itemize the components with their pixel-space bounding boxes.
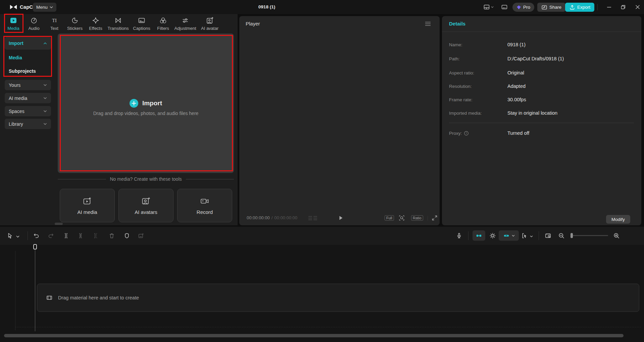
captions-tab-icon bbox=[138, 17, 145, 24]
zoom-in-button[interactable] bbox=[613, 232, 620, 239]
player-panel: Player 00:00:00:00 / 00:00:00:00 Full Ra… bbox=[239, 16, 440, 225]
chevron-down-icon bbox=[16, 235, 19, 238]
chevron-up-icon bbox=[43, 42, 47, 45]
redo-button[interactable] bbox=[48, 232, 54, 239]
text-tab-icon: TI bbox=[51, 17, 58, 24]
tab-stickers[interactable]: Stickers bbox=[63, 17, 87, 31]
details-section-divider bbox=[449, 123, 634, 123]
fullscreen-icon[interactable] bbox=[431, 215, 438, 221]
media-panel: Media Audio TI Text Stickers Effects Tra… bbox=[0, 14, 238, 225]
tab-captions[interactable]: Captions bbox=[130, 17, 153, 31]
play-button[interactable] bbox=[337, 215, 344, 221]
chevron-down-icon bbox=[491, 6, 494, 8]
sidebar-item-media[interactable]: Media bbox=[5, 53, 51, 63]
sidebar-item-subprojects[interactable]: Subprojects bbox=[5, 66, 51, 76]
record-voiceover-button[interactable] bbox=[456, 232, 462, 239]
focus-zoom-icon[interactable] bbox=[398, 215, 405, 221]
main-track-snap-button[interactable] bbox=[489, 232, 496, 239]
tab-filters[interactable]: Filters bbox=[151, 17, 175, 31]
detail-label: Aspect ratio: bbox=[449, 70, 474, 75]
sidebar-item-ai-media[interactable]: AI media bbox=[5, 93, 51, 103]
tab-effects[interactable]: Effects bbox=[84, 17, 107, 31]
playhead-handle[interactable] bbox=[33, 244, 37, 249]
restore-button[interactable] bbox=[620, 4, 627, 10]
modify-button[interactable]: Modify bbox=[606, 215, 630, 224]
divider-line bbox=[186, 179, 234, 179]
tab-audio[interactable]: Audio bbox=[22, 17, 46, 31]
transitions-tab-icon bbox=[114, 17, 122, 24]
link-icon bbox=[503, 232, 510, 239]
menu-label: Menu bbox=[36, 5, 48, 10]
player-menu-icon[interactable] bbox=[425, 21, 431, 26]
timeline-h-scrollbar[interactable] bbox=[4, 334, 624, 337]
pro-badge[interactable]: Pro bbox=[512, 3, 534, 12]
chevron-down-icon bbox=[43, 97, 47, 99]
undo-button[interactable] bbox=[33, 232, 40, 239]
panel-layout-icon bbox=[483, 4, 490, 10]
drop-hint: Drag and drop videos, photos, and audio … bbox=[58, 111, 234, 116]
record-card[interactable]: Record bbox=[177, 189, 232, 222]
slider-handle[interactable] bbox=[571, 233, 573, 238]
sidebar-item-spaces[interactable]: Spaces bbox=[5, 106, 51, 116]
timeline-zoom-slider[interactable] bbox=[571, 235, 608, 236]
track-select-button[interactable] bbox=[521, 232, 533, 239]
media-panel-scrollbar[interactable] bbox=[55, 223, 63, 225]
sidebar-item-library[interactable]: Library bbox=[5, 119, 51, 129]
detail-label: Resolution: bbox=[449, 84, 472, 89]
close-button[interactable] bbox=[634, 4, 641, 10]
tab-adjustment[interactable]: Adjustment bbox=[174, 17, 197, 31]
tab-media[interactable]: Media bbox=[2, 17, 25, 31]
tools-divider: No media? Create with these tools bbox=[58, 176, 234, 182]
sidebar-item-import[interactable]: Import bbox=[5, 37, 51, 50]
ai-avatars-card[interactable]: AI avatars bbox=[118, 189, 174, 222]
svg-text:TI: TI bbox=[52, 18, 57, 23]
export-button[interactable]: Export bbox=[565, 3, 594, 12]
ratio-button[interactable]: Ratio bbox=[411, 215, 423, 221]
auto-link-button[interactable] bbox=[499, 230, 519, 241]
shortcuts-button[interactable] bbox=[501, 4, 508, 10]
minimize-button[interactable] bbox=[606, 4, 612, 10]
timeline-drop-zone[interactable]: Drag material here and start to create bbox=[37, 284, 639, 312]
film-icon bbox=[46, 294, 53, 301]
tab-text[interactable]: TI Text bbox=[43, 17, 66, 31]
help-icon[interactable]: ? bbox=[464, 131, 469, 136]
details-header-divider bbox=[442, 32, 641, 32]
layout-switch-button[interactable] bbox=[483, 4, 494, 10]
split-button[interactable] bbox=[63, 232, 69, 239]
divider-line bbox=[58, 179, 106, 179]
ai-media-card[interactable]: AI media bbox=[60, 189, 115, 222]
topbar-divider bbox=[597, 4, 598, 10]
magnetic-button[interactable] bbox=[473, 230, 485, 241]
ai-avatars-icon bbox=[141, 196, 151, 206]
tools-divider-label: No media? Create with these tools bbox=[110, 176, 182, 182]
svg-text:?: ? bbox=[466, 132, 467, 135]
details-title: Details bbox=[449, 21, 465, 26]
tab-ai-avatar[interactable]: AI avatar bbox=[198, 17, 221, 31]
chevron-down-icon bbox=[530, 235, 533, 237]
detail-value: Stay in original location bbox=[507, 110, 557, 116]
preview-axis-button[interactable] bbox=[545, 232, 551, 239]
sidebar-item-yours[interactable]: Yours bbox=[5, 80, 51, 90]
full-button[interactable]: Full bbox=[385, 215, 394, 221]
menu-button[interactable]: Menu bbox=[33, 3, 56, 12]
delete-button[interactable] bbox=[108, 232, 115, 239]
delete-left-button[interactable] bbox=[77, 232, 84, 239]
proxy-value: Turned off bbox=[507, 130, 529, 136]
detail-value: 30.00fps bbox=[507, 97, 526, 102]
chevron-down-icon bbox=[512, 235, 515, 237]
player-title: Player bbox=[246, 21, 260, 26]
playhead-line bbox=[35, 249, 35, 331]
select-tool-button[interactable] bbox=[7, 232, 19, 239]
share-label: Share bbox=[549, 5, 561, 10]
tab-transitions[interactable]: Transitions bbox=[106, 17, 130, 31]
timeline-toolbar bbox=[0, 227, 644, 245]
share-button[interactable]: Share bbox=[537, 3, 565, 12]
auto-captions-button[interactable] bbox=[138, 232, 144, 239]
import-cta-label: Import bbox=[142, 100, 162, 107]
zoom-out-button[interactable] bbox=[558, 232, 565, 239]
mask-button[interactable] bbox=[123, 232, 130, 239]
frame-list-icon[interactable] bbox=[308, 216, 318, 221]
cursor-icon bbox=[7, 232, 13, 239]
import-drop-area[interactable]: Import Drag and drop videos, photos, and… bbox=[58, 34, 234, 173]
delete-right-button[interactable] bbox=[92, 232, 99, 239]
